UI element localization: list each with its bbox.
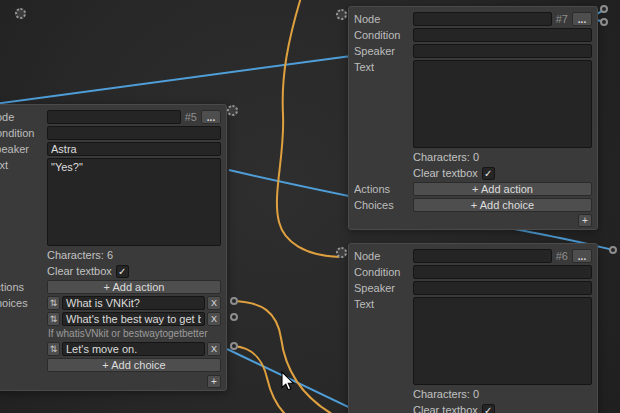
wire-orange-choice1 [234,301,332,413]
clear-textbox-row: Clear textbox ✓ [413,403,592,413]
speaker-label: Speaker [354,44,413,58]
choice-output-port[interactable] [230,313,238,321]
node-title-label: Node [0,110,47,124]
text-row: Text "Yes?" [0,158,221,246]
text-label: Text [354,60,413,74]
add-action-button[interactable]: + Add action [47,280,221,294]
wire-orange-choice3 [234,346,285,413]
speaker-label: Speaker [354,281,413,295]
edge-port[interactable] [600,18,608,26]
speaker-input[interactable] [47,142,221,156]
edge-port[interactable] [600,5,608,13]
check-icon: ✓ [484,405,492,413]
plus-row: + [47,375,221,388]
clear-textbox-checkbox[interactable]: ✓ [116,265,129,278]
choice-remove-button[interactable]: X [207,312,221,326]
dialogue-text-area[interactable]: "Yes?" [47,158,221,246]
actions-label: Actions [0,280,47,294]
node-header-row: Node #7 ... [354,12,592,26]
choices-list: ⇅ X ⇅ X If whatisVNkit or bestwaytogetbe… [47,296,221,388]
text-label: Text [354,297,413,311]
characters-row: Characters: 0 [413,150,592,164]
plus-row: + [354,214,592,227]
condition-row: Condition [0,126,221,140]
node-menu-button[interactable]: ... [201,110,221,124]
choice-reorder-handle[interactable]: ⇅ [47,342,60,356]
node-number-label: #6 [556,250,568,262]
condition-input[interactable] [47,126,221,140]
characters-count-label: Characters: 6 [47,249,113,261]
choice-row: ⇅ X [47,342,221,356]
dialogue-node-panel-7[interactable]: Node #7 ... Condition Speaker Text Chara… [348,6,598,230]
node-gear-knob[interactable] [336,9,347,20]
wire-orange-s-curve [277,0,340,257]
dialogue-text-area[interactable] [413,60,592,148]
clear-textbox-checkbox[interactable]: ✓ [482,404,495,413]
condition-label: Condition [354,28,413,42]
wire-blue-top [0,56,351,104]
check-icon: ✓ [484,168,492,179]
edge-port[interactable] [609,246,617,254]
speaker-label: Speaker [0,142,47,156]
condition-input[interactable] [413,265,592,279]
condition-input[interactable] [413,28,592,42]
choice-output-port[interactable] [230,342,238,350]
node-gear-knob[interactable] [227,105,238,116]
speaker-input[interactable] [413,281,592,295]
clear-textbox-label: Clear textbox [47,265,112,277]
node-editor-canvas[interactable]: Node #5 ... Condition Speaker Text "Yes?… [0,0,620,413]
choices-label: Choices [0,296,47,310]
choices-label: Choices [354,198,413,212]
add-node-plus-button[interactable]: + [578,214,592,227]
characters-count-label: Characters: 0 [413,388,479,400]
clear-textbox-row: Clear textbox ✓ [47,264,221,278]
node-title-label: Node [354,12,413,26]
add-choice-button[interactable]: + Add choice [413,198,592,212]
clear-textbox-label: Clear textbox [413,167,478,179]
clear-textbox-row: Clear textbox ✓ [413,166,592,180]
node-menu-button[interactable]: ... [572,12,592,26]
dialogue-node-panel-5[interactable]: Node #5 ... Condition Speaker Text "Yes?… [0,104,227,391]
condition-label: Condition [0,126,47,140]
choice-text-input[interactable] [62,312,205,326]
speaker-input[interactable] [413,44,592,58]
choice-remove-button[interactable]: X [207,296,221,310]
check-icon: ✓ [118,266,126,277]
speaker-row: Speaker [0,142,221,156]
node-title-input[interactable] [413,12,552,26]
choice-text-input[interactable] [62,342,205,356]
choice-text-input[interactable] [62,296,205,310]
add-choice-button[interactable]: + Add choice [47,358,221,372]
node-gear-knob[interactable] [15,8,26,19]
mouse-cursor [281,371,296,393]
node-title-label: Node [354,249,413,263]
choice-remove-button[interactable]: X [207,342,221,356]
text-row: Text [354,60,592,148]
add-node-plus-button[interactable]: + [207,375,221,388]
condition-row: Condition [354,28,592,42]
actions-row: Actions + Add action [354,182,592,196]
node-title-input[interactable] [413,249,552,263]
node-title-input[interactable] [47,110,181,124]
condition-row: Condition [354,265,592,279]
add-action-button[interactable]: + Add action [413,182,592,196]
dialogue-text-area[interactable] [413,297,592,385]
dialogue-node-panel-6[interactable]: Node #6 ... Condition Speaker Text Chara… [348,243,598,413]
text-label: Text [0,158,47,172]
node-header-row: Node #6 ... [354,249,592,263]
speaker-row: Speaker [354,281,592,295]
speaker-row: Speaker [354,44,592,58]
clear-textbox-checkbox[interactable]: ✓ [482,167,495,180]
actions-row: Actions + Add action [0,280,221,294]
choices-row: Choices + Add choice [354,198,592,212]
characters-count-label: Characters: 0 [413,151,479,163]
condition-label: Condition [354,265,413,279]
choice-row: ⇅ X [47,312,221,326]
clear-textbox-label: Clear textbox [413,404,478,413]
text-row: Text [354,297,592,385]
choice-reorder-handle[interactable]: ⇅ [47,296,60,310]
node-menu-button[interactable]: ... [572,249,592,263]
choice-reorder-handle[interactable]: ⇅ [47,312,60,326]
choice-output-port[interactable] [230,297,238,305]
node-gear-knob[interactable] [336,247,347,258]
